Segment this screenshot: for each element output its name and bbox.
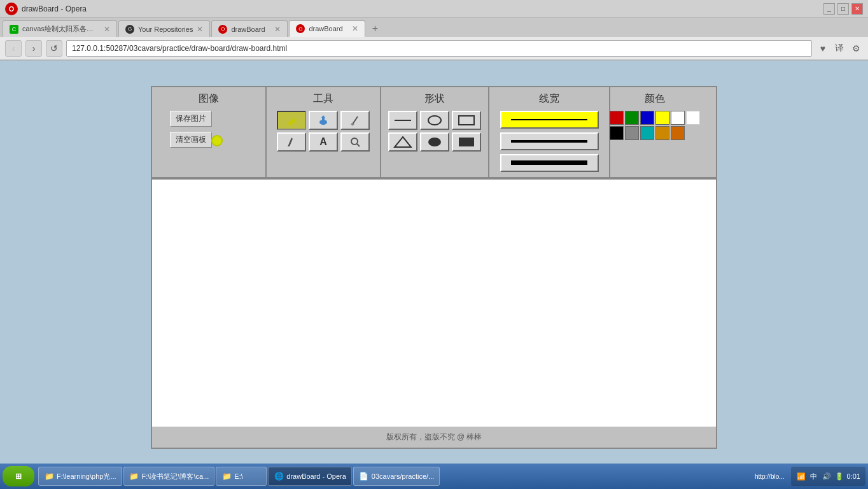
tab-drawboard1-close-icon[interactable]: ✕ (274, 25, 281, 34)
taskbar: ⊞ 📁 F:\learning\php光... 📁 F:\读书笔记\博客\ca.… (0, 464, 868, 489)
rect-fill-shape-icon (457, 136, 476, 148)
tab-drawboard1[interactable]: O drawBoard ✕ (211, 20, 288, 37)
taskbar-practice-icon: 📄 (359, 471, 369, 481)
fill-tool-button[interactable] (309, 111, 338, 130)
svg-rect-0 (288, 118, 296, 125)
color-black[interactable] (610, 126, 624, 140)
tray-battery-icon: 🔋 (834, 471, 844, 481)
color-dark-orange[interactable] (671, 126, 685, 140)
tab-github[interactable]: G Your Repositories ✕ (118, 20, 210, 37)
tab-drawboard2-close-icon[interactable]: ✕ (352, 24, 358, 33)
eyedropper-tool-button[interactable] (340, 111, 370, 130)
taskbar-item-php[interactable]: 📁 F:\learning\php光... (38, 467, 122, 486)
tab-canvas-close-icon[interactable]: ✕ (104, 25, 110, 34)
rect-fill-shape-button[interactable] (452, 132, 481, 152)
save-image-button[interactable]: 保存图片 (170, 111, 212, 127)
image-buttons: 保存图片 清空画板 (157, 111, 260, 148)
color-yellow[interactable] (655, 111, 669, 125)
svg-point-8 (351, 138, 358, 145)
triangle-outline-shape-button[interactable] (388, 132, 417, 152)
shape-section-header: 形状 (424, 92, 445, 106)
image-section-header: 图像 (199, 92, 219, 106)
pencil-tool-button[interactable] (277, 111, 306, 130)
clear-board-button[interactable]: 清空画板 (170, 132, 212, 148)
taskbar-folder-icon3: 📁 (221, 471, 232, 481)
start-label: ⊞ (15, 472, 22, 481)
close-button[interactable]: ✕ (851, 3, 863, 15)
taskbar-folder-icon1: 📁 (44, 471, 54, 481)
taskbar-folder-icon2: 📁 (129, 471, 139, 481)
window-title: drawBoard - Opera (22, 4, 87, 13)
github-favicon-icon: G (125, 25, 134, 34)
line-shape-button[interactable] (388, 111, 417, 130)
color-white2[interactable] (686, 111, 700, 125)
title-bar-left: O drawBoard - Opera (5, 3, 87, 15)
zoom-tool-button[interactable] (340, 132, 370, 152)
bookmarks-icon[interactable]: ♥ (816, 41, 830, 55)
window-controls: _ □ ✕ (823, 3, 863, 15)
tab-canvas[interactable]: C canvas绘制太阳系各行星 ✕ (3, 20, 117, 37)
translate-icon[interactable]: 译 (832, 41, 846, 55)
tray-url: http://blo... (755, 473, 785, 480)
tab-github-label: Your Repositories (138, 25, 193, 33)
circle-fill-shape-button[interactable] (420, 132, 449, 152)
forward-button[interactable]: › (25, 40, 42, 57)
nav-right-icons: ♥ 译 ⚙ (816, 41, 863, 55)
svg-point-11 (428, 116, 441, 125)
new-tab-button[interactable]: + (367, 20, 383, 37)
medium-linewidth-button[interactable] (500, 132, 599, 150)
tab-drawboard2[interactable]: O drawBoard ✕ (289, 20, 365, 37)
color-orange[interactable] (655, 126, 669, 140)
url-bar[interactable]: 127.0.0.1:50287/03cavars/practice/draw-b… (66, 40, 812, 57)
svg-rect-12 (459, 116, 474, 125)
tab-drawboard2-label: drawBoard (309, 25, 348, 32)
canvas-favicon-icon: C (10, 25, 18, 34)
tray-volume-icon: 🔊 (822, 471, 832, 481)
svg-point-14 (428, 138, 441, 146)
pen-tool-button[interactable] (277, 132, 306, 152)
settings-icon[interactable]: ⚙ (849, 41, 863, 55)
color-grid (610, 111, 700, 140)
taskbar-item-blog[interactable]: 📁 F:\读书笔记\博客\ca... (123, 467, 215, 486)
line-shape-icon (393, 114, 412, 127)
tray-network-icon: 📶 (796, 471, 806, 481)
back-button[interactable]: ‹ (5, 40, 22, 57)
linewidth-section: 线宽 (489, 87, 610, 177)
taskbar-item-practice[interactable]: 📄 03cavars/practice/... (353, 467, 440, 486)
taskbar-item-opera[interactable]: 🌐 drawBoard - Opera (268, 467, 352, 486)
tab-bar: C canvas绘制太阳系各行星 ✕ G Your Repositories ✕… (0, 18, 868, 37)
opera-logo-icon: O (5, 3, 18, 15)
triangle-outline-shape-icon (393, 136, 412, 148)
page-content: 图像 保存图片 清空画板 工具 (0, 60, 868, 474)
color-red[interactable] (610, 111, 624, 125)
drawing-canvas[interactable] (152, 178, 716, 427)
svg-marker-13 (395, 137, 411, 147)
svg-rect-15 (459, 138, 474, 146)
tray-lang-icon: 中 (809, 471, 819, 481)
minimize-button[interactable]: _ (823, 3, 835, 15)
medium-line-indicator (511, 140, 588, 143)
maximize-button[interactable]: □ (837, 3, 849, 15)
color-section: 颜色 (610, 87, 699, 177)
thick-linewidth-button[interactable] (500, 154, 599, 172)
taskbar-item-e-label: E:\ (234, 472, 242, 480)
color-cyan[interactable] (640, 126, 654, 140)
start-button[interactable]: ⊞ (3, 466, 34, 486)
text-tool-button[interactable]: A (309, 132, 338, 152)
taskbar-opera-icon: 🌐 (274, 471, 284, 481)
circle-outline-shape-button[interactable] (420, 111, 449, 130)
color-white[interactable] (671, 111, 685, 125)
svg-line-9 (357, 144, 360, 146)
shape-row2 (388, 132, 481, 152)
thin-linewidth-button[interactable] (500, 111, 599, 129)
refresh-button[interactable]: ↺ (46, 40, 62, 57)
color-blue[interactable] (640, 111, 654, 125)
rect-outline-shape-button[interactable] (452, 111, 481, 130)
color-gray[interactable] (625, 126, 639, 140)
tab-github-close-icon[interactable]: ✕ (197, 25, 203, 34)
thin-line-indicator (511, 119, 588, 120)
tools-row2: A (277, 132, 370, 152)
eyedropper-icon (349, 114, 361, 127)
color-green[interactable] (625, 111, 639, 125)
taskbar-item-e[interactable]: 📁 E:\ (216, 467, 267, 486)
